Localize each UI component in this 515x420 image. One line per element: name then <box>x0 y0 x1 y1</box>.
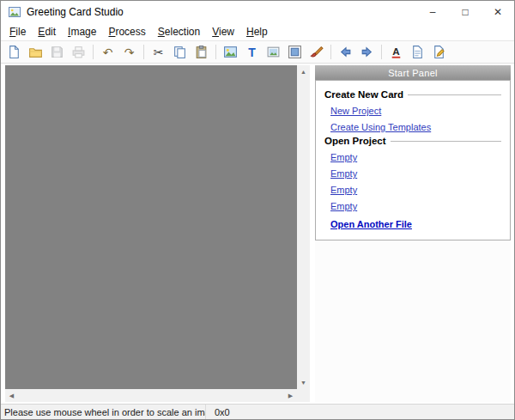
canvas-column: ▲ ▼ ◀ ▶ <box>5 65 310 402</box>
copy-icon <box>173 45 187 59</box>
canvas-size-indicator: 0x0 <box>206 407 239 417</box>
minimize-button[interactable]: – <box>416 1 449 23</box>
brush-icon <box>309 45 324 59</box>
redo-icon: ↷ <box>124 46 135 59</box>
status-message: Please use mouse wheel in order to scale… <box>1 407 205 417</box>
toolbar-separator <box>215 45 216 59</box>
section-heading: Create New Card <box>324 89 501 100</box>
insert-image-button[interactable] <box>221 42 240 62</box>
insert-text-button[interactable]: T <box>242 42 262 62</box>
print-button <box>69 42 88 62</box>
link-create-using-templates[interactable]: Create Using Templates <box>330 122 501 132</box>
link-recent-1[interactable]: Empty <box>330 152 501 162</box>
canvas-row: ▲ ▼ <box>5 65 310 389</box>
font-icon: A <box>389 45 403 59</box>
new-button[interactable] <box>4 42 24 62</box>
effects-button[interactable] <box>306 42 326 62</box>
scroll-right-button[interactable]: ▶ <box>284 389 297 402</box>
printer-icon <box>71 45 86 59</box>
preview-button[interactable] <box>408 42 427 62</box>
menu-image[interactable]: Image <box>62 24 102 40</box>
toolbar-separator <box>381 45 382 59</box>
content-area: ▲ ▼ ◀ ▶ Start Panel Create New CardNew P… <box>1 64 514 404</box>
doc-edit-icon <box>432 45 446 59</box>
toolbar-separator <box>143 45 144 59</box>
picture-icon <box>223 45 238 59</box>
toolbar-separator <box>330 45 331 59</box>
insert-frame-button[interactable] <box>285 42 305 62</box>
toolbar: ↶↷✂TA <box>1 40 514 64</box>
page-icon <box>7 45 21 59</box>
floppy-icon <box>50 45 64 59</box>
link-recent-3[interactable]: Empty <box>330 185 501 195</box>
title-bar: Greeting Card Studio – □ ✕ <box>1 1 514 23</box>
app-window: Greeting Card Studio – □ ✕ FileEditImage… <box>0 0 515 420</box>
arrow-left-icon <box>338 45 353 59</box>
redo-button[interactable]: ↷ <box>119 42 139 62</box>
undo-icon: ↶ <box>103 46 113 59</box>
menu-view[interactable]: View <box>206 24 240 40</box>
insert-text-icon: T <box>248 46 256 59</box>
menu-selection[interactable]: Selection <box>152 24 206 40</box>
app-icon <box>8 5 21 19</box>
frame-icon <box>288 45 302 59</box>
paste-icon <box>194 45 209 59</box>
open-button[interactable] <box>26 42 45 62</box>
folder-icon <box>28 45 43 59</box>
save-button <box>47 42 67 62</box>
cut-icon: ✂ <box>154 46 164 59</box>
scroll-left-button[interactable]: ◀ <box>5 389 18 402</box>
menu-help[interactable]: Help <box>240 24 274 40</box>
close-button[interactable]: ✕ <box>482 1 514 23</box>
svg-text:A: A <box>392 46 400 57</box>
canvas[interactable] <box>5 65 297 389</box>
maximize-button[interactable]: □ <box>449 1 482 23</box>
start-panel-header: Start Panel <box>315 65 511 80</box>
scroll-up-button[interactable]: ▲ <box>297 65 310 78</box>
doc-view-icon <box>410 45 425 59</box>
scroll-down-button[interactable]: ▼ <box>297 376 310 389</box>
horizontal-scrollbar[interactable]: ◀ ▶ <box>5 389 310 402</box>
copy-button[interactable] <box>170 42 190 62</box>
toolbar-separator <box>93 45 94 59</box>
font-button[interactable]: A <box>386 42 406 62</box>
menu-process[interactable]: Process <box>102 24 151 40</box>
menu-edit[interactable]: Edit <box>32 24 62 40</box>
menu-file[interactable]: File <box>3 24 32 40</box>
paste-button[interactable] <box>191 42 211 62</box>
window-title: Greeting Card Studio <box>27 6 124 18</box>
section-rule <box>391 141 501 142</box>
cut-button[interactable]: ✂ <box>148 42 168 62</box>
section-rule <box>408 94 501 95</box>
vertical-scrollbar[interactable]: ▲ ▼ <box>297 65 310 389</box>
section-heading: Open Project <box>324 136 501 146</box>
start-panel: Start Panel Create New CardNew ProjectCr… <box>315 65 511 402</box>
scrollbar-corner <box>297 389 310 402</box>
start-panel-box: Create New CardNew ProjectCreate Using T… <box>315 80 511 240</box>
link-open-another-file[interactable]: Open Another File <box>330 219 501 229</box>
menu-bar: FileEditImageProcessSelectionViewHelp <box>1 23 514 40</box>
undo-button[interactable]: ↶ <box>98 42 118 62</box>
previous-button[interactable] <box>336 42 355 62</box>
link-recent-2[interactable]: Empty <box>330 168 501 179</box>
vertical-scroll-track[interactable] <box>297 78 310 376</box>
page-edit-button[interactable] <box>429 42 449 62</box>
next-button[interactable] <box>357 42 377 62</box>
insert-photo-button[interactable] <box>264 42 283 62</box>
link-recent-4[interactable]: Empty <box>330 201 501 211</box>
photo-icon <box>266 45 281 59</box>
status-bar: Please use mouse wheel in order to scale… <box>1 404 514 419</box>
link-new-project[interactable]: New Project <box>330 106 501 116</box>
arrow-right-icon <box>360 45 374 59</box>
horizontal-scroll-track[interactable] <box>18 389 284 402</box>
